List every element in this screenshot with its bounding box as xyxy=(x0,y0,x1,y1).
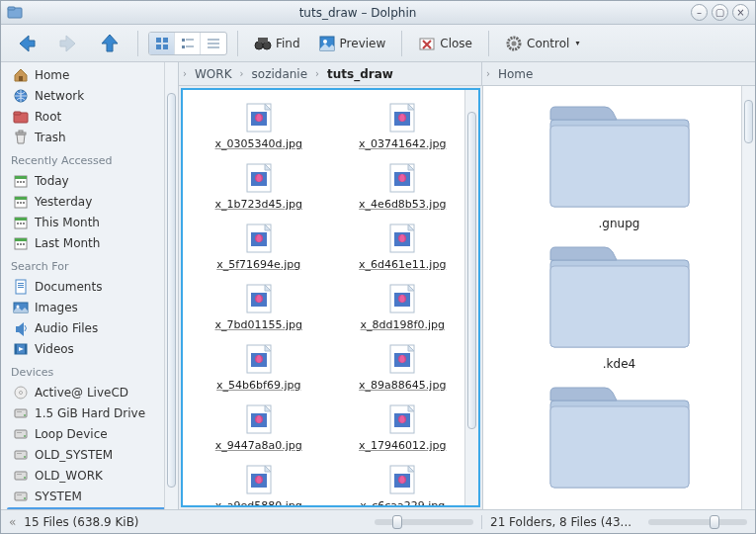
chevron-right-icon: › xyxy=(240,68,244,79)
chevron-right-icon: › xyxy=(183,68,187,79)
svg-rect-67 xyxy=(17,453,22,454)
breadcrumb-right: ›Home xyxy=(482,62,755,85)
svg-rect-33 xyxy=(15,197,27,200)
sidebar-item[interactable]: Active@ LiveCD xyxy=(7,383,176,402)
folder-item[interactable]: .kde4 xyxy=(546,242,694,371)
preview-button[interactable]: Preview xyxy=(312,32,392,55)
sidebar-item[interactable]: SYSTEM xyxy=(7,487,176,506)
view-mode-group xyxy=(148,32,227,55)
svg-point-63 xyxy=(24,435,26,437)
svg-rect-10 xyxy=(208,39,219,41)
sidebar-group-search: Search For xyxy=(5,254,178,276)
svg-rect-12 xyxy=(208,46,219,48)
sidebar-item[interactable]: Network xyxy=(7,86,176,106)
sidebar-item[interactable]: Trash xyxy=(7,128,176,147)
svg-rect-2 xyxy=(156,38,161,43)
svg-rect-53 xyxy=(16,326,19,332)
file-item[interactable]: x_17946012.jpg xyxy=(335,400,471,456)
right-pane-scrollbar[interactable] xyxy=(741,86,755,509)
sidebar-item[interactable]: Home xyxy=(7,65,176,85)
svg-point-66 xyxy=(24,456,26,458)
sidebar-item[interactable]: Documents xyxy=(7,277,176,297)
control-menu-button[interactable]: Control▾ xyxy=(499,32,585,55)
file-item[interactable]: x_5f71694e.jpg xyxy=(191,219,327,275)
svg-rect-120 xyxy=(550,126,689,207)
svg-rect-122 xyxy=(550,266,689,347)
svg-rect-7 xyxy=(186,39,194,41)
file-item[interactable]: x_c6caa229.jpg xyxy=(335,460,471,507)
sidebar-group-devices: Devices xyxy=(5,360,178,382)
view-icons-button[interactable] xyxy=(149,33,175,54)
sidebar-item[interactable]: Videos xyxy=(7,339,176,359)
breadcrumb-bar: ›WORK›sozidanie›tuts_draw ›Home xyxy=(179,62,755,86)
back-button[interactable] xyxy=(9,29,44,58)
gear-icon xyxy=(505,35,523,52)
find-button[interactable]: Find xyxy=(248,32,306,55)
svg-point-69 xyxy=(24,477,26,479)
view-compact-button[interactable] xyxy=(175,33,201,54)
zoom-slider-right[interactable] xyxy=(648,519,747,525)
breadcrumb[interactable]: Home xyxy=(492,65,539,83)
svg-point-20 xyxy=(512,41,517,45)
svg-rect-61 xyxy=(17,411,22,412)
svg-rect-45 xyxy=(20,243,22,245)
svg-rect-124 xyxy=(550,406,689,488)
file-pane-left[interactable]: x_0305340d.jpgx_03741642.jpgx_1b723d45.j… xyxy=(181,88,480,507)
breadcrumb[interactable]: WORK xyxy=(189,65,238,83)
sidebar-item[interactable]: Loop Device xyxy=(7,424,176,444)
sidebar-item[interactable]: OLD_WORK xyxy=(7,466,176,486)
sidebar-item[interactable]: OLD_SYSTEM xyxy=(7,445,176,465)
close-icon xyxy=(418,35,436,52)
maximize-button[interactable]: ▢ xyxy=(712,4,728,21)
file-item[interactable]: x_a9ed5880.jpg xyxy=(191,460,327,507)
sidebar-item[interactable]: Last Month xyxy=(7,233,176,253)
breadcrumb[interactable]: tuts_draw xyxy=(321,65,399,83)
svg-rect-11 xyxy=(208,43,219,44)
sidebar-item[interactable]: Yesterday xyxy=(7,192,176,212)
file-item[interactable]: x_8dd198f0.jpg xyxy=(335,279,471,335)
close-button[interactable]: × xyxy=(732,4,749,21)
file-item[interactable]: x_4e6d8b53.jpg xyxy=(335,158,471,215)
sidebar-item[interactable]: Root xyxy=(7,107,176,127)
file-item[interactable]: x_03741642.jpg xyxy=(335,98,471,154)
svg-rect-41 xyxy=(23,222,25,224)
left-pane-scrollbar[interactable] xyxy=(464,90,478,505)
svg-rect-48 xyxy=(18,283,24,284)
svg-rect-49 xyxy=(18,285,24,286)
file-pane-right[interactable]: .gnupg.kde4 xyxy=(482,86,755,509)
forward-button[interactable] xyxy=(50,29,86,58)
svg-rect-64 xyxy=(17,432,22,433)
svg-rect-26 xyxy=(19,131,23,133)
svg-point-72 xyxy=(24,497,26,499)
file-item[interactable]: x_0305340d.jpg xyxy=(191,98,327,154)
file-item[interactable]: x_1b723d45.jpg xyxy=(191,158,327,215)
sidebar-scrollbar[interactable] xyxy=(164,62,178,509)
view-details-button[interactable] xyxy=(201,33,226,54)
file-item[interactable]: x_54b6bf69.jpg xyxy=(191,339,327,396)
zoom-slider-left[interactable] xyxy=(375,519,473,525)
file-item[interactable]: x_7bd01155.jpg xyxy=(191,279,327,335)
svg-rect-31 xyxy=(23,181,25,183)
folder-item[interactable] xyxy=(546,383,694,491)
sidebar-item[interactable]: Audio Files xyxy=(7,318,176,338)
svg-rect-39 xyxy=(17,222,19,224)
breadcrumb[interactable]: sozidanie xyxy=(246,65,314,83)
sidebar-item[interactable]: 1.5 GiB Hard Drive xyxy=(7,403,176,423)
file-item[interactable]: x_6d461e11.jpg xyxy=(335,219,471,275)
svg-rect-9 xyxy=(186,45,194,47)
sidebar-item[interactable]: This Month xyxy=(7,213,176,232)
sidebar-item[interactable]: Today xyxy=(7,171,176,191)
svg-rect-50 xyxy=(18,287,24,288)
file-item[interactable]: x_89a88645.jpg xyxy=(335,339,471,396)
up-button[interactable] xyxy=(92,29,127,58)
svg-point-17 xyxy=(323,40,327,44)
collapse-sidebar-icon[interactable]: « xyxy=(9,515,16,529)
file-item[interactable]: x_9447a8a0.jpg xyxy=(191,400,327,456)
close-panel-button[interactable]: Close xyxy=(412,32,478,55)
folder-item[interactable]: .gnupg xyxy=(546,102,694,230)
svg-rect-21 xyxy=(19,76,23,81)
preview-icon xyxy=(318,35,336,52)
minimize-button[interactable]: – xyxy=(691,4,708,21)
sidebar-item[interactable]: WORK xyxy=(7,507,176,509)
sidebar-item[interactable]: Images xyxy=(7,298,176,317)
